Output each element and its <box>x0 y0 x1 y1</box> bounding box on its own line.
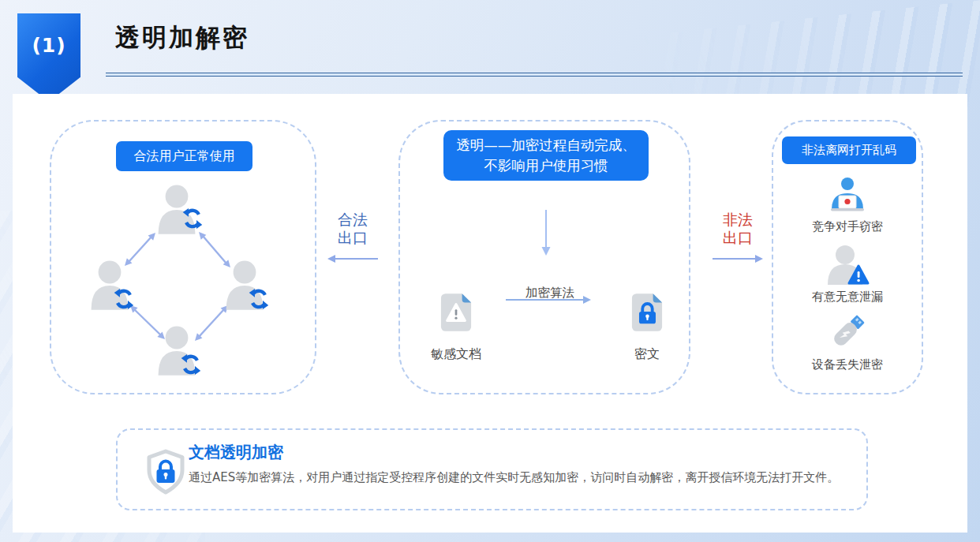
arrow-right-icon <box>711 254 765 264</box>
hacker-laptop-icon <box>825 177 870 215</box>
legal-users-box: 合法用户正常使用 <box>50 120 316 394</box>
threat-item: 设备丢失泄密 <box>773 312 922 372</box>
user-warning-icon <box>825 245 870 285</box>
illegal-offline-box-title: 非法离网打开乱码 <box>782 136 916 164</box>
arrow-left-icon <box>326 254 380 264</box>
illegal-exit-flow: 非法 出口 <box>710 211 765 267</box>
legal-exit-flow: 合法 出口 <box>325 211 380 267</box>
shield-lock-icon <box>146 449 185 495</box>
threat-label: 竞争对手窃密 <box>812 219 883 234</box>
content-panel: 合法用户正常使用 <box>13 94 967 533</box>
legal-exit-label-line2: 出口 <box>325 229 380 247</box>
legal-users-box-title: 合法用户正常使用 <box>116 141 252 171</box>
usb-drive-icon <box>825 312 870 353</box>
feature-description: 通过AES等加密算法，对用户通过指定受控程序创建的文件实时无感知加密，访问时自动… <box>189 467 848 488</box>
illegal-exit-label-line1: 非法 <box>710 211 765 229</box>
threat-item: 竞争对手窃密 <box>773 177 922 234</box>
threat-label: 设备丢失泄密 <box>812 357 883 372</box>
slide: (1) 透明加解密 合法用户正常使用 <box>0 0 980 542</box>
user-icon <box>159 327 196 376</box>
ciphertext-label: 密文 <box>596 346 698 363</box>
transparent-encryption-box-title: 透明——加密过程自动完成、 不影响用户使用习惯 <box>443 130 649 181</box>
title-line2: 不影响用户使用习惯 <box>484 155 608 176</box>
section-number: (1) <box>32 34 65 102</box>
transparent-encryption-box: 透明——加密过程自动完成、 不影响用户使用习惯 加密算法 <box>398 120 690 394</box>
title-line1: 透明——加密过程自动完成、 <box>456 135 636 155</box>
encrypted-document-icon <box>630 291 664 334</box>
user-icon <box>92 261 129 310</box>
sensitive-document-icon <box>440 291 473 334</box>
illegal-offline-box: 非法离网打开乱码 竞争对手窃密 <box>772 120 923 394</box>
title-underline <box>106 73 963 77</box>
section-number-ribbon: (1) <box>17 13 80 102</box>
sensitive-document-label: 敏感文档 <box>405 346 507 363</box>
network-arrows <box>129 236 226 337</box>
threat-item: 有意无意泄漏 <box>773 245 922 305</box>
legal-exit-label-line1: 合法 <box>325 211 380 229</box>
arrow-down-icon <box>540 210 552 257</box>
user-network-diagram <box>56 178 313 390</box>
arrow-right-icon <box>504 294 593 305</box>
page-title: 透明加解密 <box>115 21 249 54</box>
feature-summary-box: 文档透明加密 通过AES等加密算法，对用户通过指定受控程序创建的文件实时无感知加… <box>116 428 868 510</box>
user-icon <box>226 261 264 310</box>
threat-label: 有意无意泄漏 <box>812 290 883 305</box>
feature-title: 文档透明加密 <box>189 442 283 463</box>
illegal-exit-label-line2: 出口 <box>710 229 765 247</box>
